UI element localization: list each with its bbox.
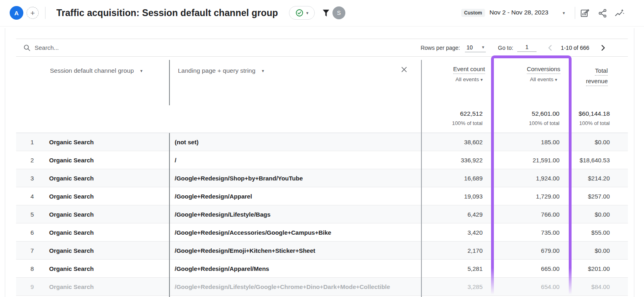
row-index: 3 — [24, 169, 40, 187]
row-index: 2 — [24, 151, 40, 169]
metric-sub-label: All events — [455, 76, 479, 82]
row-index: 4 — [24, 187, 40, 205]
table-row: 7Organic Search/Google+Redesign/Emoji+Ki… — [16, 242, 628, 260]
dimension-header-label: Landing page + query string — [178, 67, 256, 74]
cell-landing-page: / — [175, 151, 176, 169]
cell-total-revenue: $18,640.53 — [580, 151, 610, 169]
pagination-controls: Rows per page: 10 ▾ Go to: 1-10 of 666 — [421, 43, 607, 52]
date-range-caret-icon: ▾ — [563, 11, 565, 15]
pagination-range: 1-10 of 666 — [561, 45, 589, 51]
cell-channel-group: Organic Search — [49, 260, 94, 278]
cell-conversions: 21,591.00 — [533, 151, 559, 169]
cell-channel-group: Organic Search — [49, 242, 94, 260]
date-range-selector[interactable]: Nov 2 - Nov 28, 2023 — [489, 9, 548, 16]
total-event-count: 622,512 100% of total — [452, 110, 483, 126]
cell-landing-page: /Google+Redesign/Lifestyle/Google+Chrome… — [175, 278, 390, 296]
cell-channel-group: Organic Search — [49, 187, 94, 205]
metric-name: Conversions — [527, 66, 560, 74]
chevron-down-icon: ▾ — [555, 77, 557, 82]
dimension-header-channel-group[interactable]: Session default channel group ▾ — [50, 67, 142, 74]
report-status-dropdown[interactable]: ▾ — [289, 6, 315, 20]
total-value: 52,601.00 — [529, 110, 559, 117]
metric-event-scope-dropdown[interactable]: All events ▾ — [527, 76, 560, 82]
cell-conversions: 665.00 — [541, 260, 559, 278]
workspace-avatar-letter: S — [337, 10, 341, 16]
dimension-header-label: Session default channel group — [50, 67, 134, 74]
cell-conversions: 679.00 — [541, 242, 559, 260]
cell-conversions: 766.00 — [541, 205, 559, 223]
cell-event-count: 6,429 — [467, 205, 483, 223]
cell-event-count: 336,922 — [461, 151, 483, 169]
table-row: 3Organic Search/Google+Redesign/Shop+by+… — [16, 169, 628, 187]
insights-icon[interactable] — [614, 8, 625, 18]
rows-per-page-select[interactable]: 10 ▾ — [465, 43, 486, 52]
table-row: 2Organic Search/336,92221,591.00$18,640.… — [16, 151, 628, 169]
search-input[interactable] — [35, 44, 188, 51]
metric-header-conversions[interactable]: Conversions All events ▾ — [527, 66, 560, 82]
cell-conversions: 1,924.00 — [536, 169, 559, 187]
customize-report-icon[interactable] — [580, 8, 590, 18]
column-divider — [169, 60, 170, 105]
chevron-down-icon: ▾ — [481, 77, 483, 82]
total-percent: 100% of total — [452, 120, 483, 126]
add-comparison-button[interactable]: + — [27, 7, 39, 19]
table-row: 5Organic Search/Google+Redesign/Lifestyl… — [16, 205, 628, 223]
cell-channel-group: Organic Search — [49, 223, 94, 242]
remove-dimension-icon[interactable] — [400, 66, 408, 74]
table-toolbar: Rows per page: 10 ▾ Go to: 1-10 of 666 — [16, 39, 628, 57]
cell-landing-page: /Google+Redesign/Emoji+Kitchen+Sticker+S… — [175, 242, 315, 260]
total-value: 622,512 — [452, 110, 483, 117]
metric-header-total-revenue[interactable]: Total revenue — [580, 66, 608, 87]
cell-channel-group: Organic Search — [49, 169, 94, 187]
share-icon[interactable] — [597, 8, 608, 18]
content-right-edge — [634, 28, 634, 297]
table-header: Session default channel group ▾ Landing … — [16, 57, 628, 133]
page-title: Traffic acquisition: Session default cha… — [56, 8, 278, 18]
row-index: 9 — [24, 278, 40, 296]
cell-total-revenue: $84.00 — [591, 278, 610, 296]
workspace-avatar[interactable]: S — [332, 6, 345, 19]
cell-total-revenue: $0.00 — [594, 205, 610, 223]
account-avatar-letter: A — [14, 10, 19, 16]
rows-per-page-value: 10 — [466, 44, 473, 51]
cell-conversions: 185.00 — [541, 133, 559, 151]
table-row: 6Organic Search/Google+Redesign/Accessor… — [16, 223, 628, 242]
dimension-header-landing-page[interactable]: Landing page + query string ▾ — [178, 67, 264, 74]
rows-per-page-label: Rows per page: — [421, 45, 460, 51]
metric-sub-label: All events — [530, 76, 553, 82]
goto-page-input[interactable] — [517, 44, 537, 52]
row-index: 1 — [24, 133, 40, 151]
cell-total-revenue: $0.00 — [594, 242, 610, 260]
table-row: 8Organic Search/Google+Redesign/Apparel/… — [16, 260, 628, 278]
header-divider — [45, 7, 45, 19]
row-index: 5 — [24, 205, 40, 223]
metric-name: Total revenue — [586, 67, 608, 86]
goto-label: Go to: — [498, 45, 513, 51]
cell-landing-page: (not set) — [175, 133, 198, 151]
account-avatar[interactable]: A — [10, 6, 23, 20]
cell-channel-group: Organic Search — [49, 278, 94, 296]
metric-header-event-count[interactable]: Event count All events ▾ — [453, 66, 485, 82]
next-page-icon[interactable] — [599, 44, 607, 52]
chevron-down-icon: ▾ — [482, 45, 484, 49]
cell-conversions: 1,729.00 — [536, 187, 559, 205]
cell-conversions: 654.00 — [541, 278, 559, 296]
metric-event-scope-dropdown[interactable]: All events ▾ — [453, 76, 485, 82]
search-icon — [23, 44, 31, 51]
filter-icon[interactable] — [321, 8, 331, 18]
cell-channel-group: Organic Search — [49, 151, 94, 169]
total-percent: 100% of total — [529, 120, 559, 126]
cell-channel-group: Organic Search — [49, 133, 94, 151]
cell-event-count: 3,285 — [467, 278, 483, 296]
cell-event-count: 2,170 — [467, 242, 483, 260]
header-divider — [575, 7, 575, 19]
chevron-down-icon: ▾ — [262, 69, 264, 73]
cell-total-revenue: $201.00 — [588, 260, 610, 278]
row-index: 6 — [24, 223, 40, 242]
total-conversions: 52,601.00 100% of total — [529, 110, 559, 126]
previous-page-icon[interactable] — [546, 44, 554, 52]
cell-channel-group: Organic Search — [49, 205, 94, 223]
total-revenue: $60,144.18 100% of total — [578, 110, 610, 126]
column-divider — [421, 60, 422, 297]
date-range-type-badge: Custom — [461, 9, 485, 17]
